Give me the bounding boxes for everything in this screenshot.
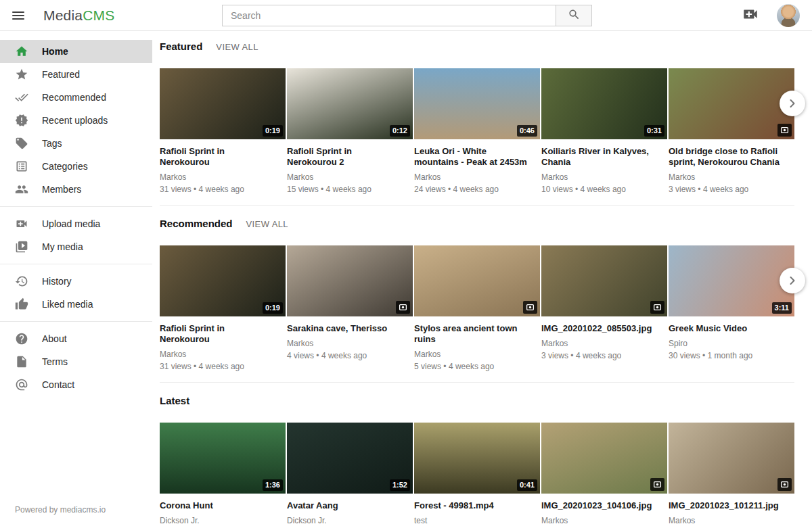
- media-title[interactable]: Avatar Aang: [287, 500, 403, 511]
- media-thumbnail[interactable]: 0:19: [160, 245, 286, 316]
- media-title[interactable]: Sarakina cave, Therisso: [287, 323, 403, 334]
- media-thumbnail[interactable]: 0:46: [414, 68, 540, 139]
- media-card: 0:12Rafioli Sprint in Nerokourou 2Markos…: [287, 68, 413, 194]
- history-icon: [15, 275, 28, 288]
- media-author[interactable]: Markos: [669, 172, 794, 182]
- sidebar-item-recommended[interactable]: Recommended: [0, 86, 152, 109]
- media-author[interactable]: Markos: [414, 172, 540, 182]
- media-title[interactable]: IMG_20201023_104106.jpg: [541, 500, 658, 511]
- media-meta: 4 views • 4 weeks ago: [287, 351, 413, 360]
- media-title[interactable]: Stylos area ancient town ruins: [414, 323, 531, 345]
- media-title[interactable]: Koiliaris River in Kalyves, Chania: [541, 146, 658, 168]
- image-type-badge: [396, 301, 410, 314]
- sidebar-item-label: Home: [42, 46, 68, 57]
- sidebar-item-label: My media: [42, 241, 83, 252]
- media-thumbnail[interactable]: 0:31: [541, 68, 667, 139]
- sidebar-item-terms[interactable]: Terms: [0, 350, 152, 373]
- chevron-right-icon: [786, 97, 799, 110]
- next-arrow-button[interactable]: [780, 91, 805, 116]
- section-title: Featured: [160, 41, 202, 52]
- sidebar-item-my-media[interactable]: My media: [0, 235, 152, 258]
- sidebar-item-home[interactable]: Home: [0, 40, 152, 63]
- media-thumbnail[interactable]: 3:11: [669, 245, 794, 316]
- media-author[interactable]: test: [414, 516, 540, 524]
- media-card: 3:11Greek Music VideoSpiro30 views • 1 m…: [669, 245, 794, 371]
- sidebar-item-label: Liked media: [42, 299, 93, 310]
- media-thumbnail[interactable]: [541, 245, 667, 316]
- media-title[interactable]: Rafioli Sprint in Nerokourou: [160, 146, 276, 168]
- sidebar-item-about[interactable]: About: [0, 327, 152, 350]
- sidebar-item-liked-media[interactable]: Liked media: [0, 293, 152, 316]
- media-author[interactable]: Dickson Jr.: [160, 516, 286, 524]
- sidebar-item-label: Categories: [42, 161, 88, 172]
- media-card: IMG_20201023_101211.jpgMarkos4 views • 4…: [669, 423, 794, 524]
- sidebar: Home Featured Recommended Recent uploads…: [0, 31, 152, 524]
- view-all-link[interactable]: VIEW ALL: [216, 42, 258, 52]
- sidebar-item-members[interactable]: Members: [0, 178, 152, 201]
- sidebar-item-recent-uploads[interactable]: Recent uploads: [0, 109, 152, 132]
- sidebar-item-upload-media[interactable]: Upload media: [0, 212, 152, 235]
- sidebar-item-history[interactable]: History: [0, 270, 152, 293]
- media-author[interactable]: Dickson Jr.: [287, 516, 413, 524]
- media-meta: 30 views • 1 month ago: [669, 351, 794, 360]
- search-input[interactable]: [222, 5, 556, 26]
- media-title[interactable]: Old bridge close to Rafioli sprint, Nero…: [669, 146, 785, 168]
- logo-cms: CMS: [83, 7, 114, 23]
- sidebar-item-categories[interactable]: Categories: [0, 155, 152, 178]
- media-thumbnail[interactable]: [669, 423, 794, 494]
- search-bar: [222, 5, 592, 26]
- logo[interactable]: MediaCMS: [43, 7, 114, 24]
- media-thumbnail[interactable]: [669, 68, 794, 139]
- media-card: Old bridge close to Rafioli sprint, Nero…: [669, 68, 794, 194]
- sidebar-item-label: Recent uploads: [42, 115, 108, 126]
- media-title[interactable]: Rafioli Sprint in Nerokourou 2: [287, 146, 403, 168]
- media-author[interactable]: Markos: [160, 172, 286, 182]
- media-author[interactable]: Markos: [541, 172, 667, 182]
- main-content: FeaturedVIEW ALL0:19Rafioli Sprint in Ne…: [160, 31, 812, 524]
- media-title[interactable]: IMG_20201022_085503.jpg: [541, 323, 658, 334]
- media-title[interactable]: Rafioli Sprint in Nerokourou: [160, 323, 276, 345]
- video-call-icon: [742, 5, 759, 25]
- media-meta: 10 views • 4 weeks ago: [541, 185, 667, 194]
- hamburger-menu-icon[interactable]: [12, 7, 28, 24]
- media-thumbnail[interactable]: [414, 245, 540, 316]
- media-author[interactable]: Markos: [669, 516, 794, 524]
- media-author[interactable]: Markos: [287, 172, 413, 182]
- media-title[interactable]: Leuka Ori - White mountains - Peak at 24…: [414, 146, 531, 168]
- media-title[interactable]: Forest - 49981.mp4: [414, 500, 531, 511]
- media-thumbnail[interactable]: [287, 245, 413, 316]
- view-all-link[interactable]: VIEW ALL: [246, 219, 288, 229]
- logo-media: Media: [43, 7, 83, 23]
- media-thumbnail[interactable]: [541, 423, 667, 494]
- media-author[interactable]: Markos: [541, 516, 667, 524]
- media-section: RecommendedVIEW ALL0:19Rafioli Sprint in…: [160, 218, 812, 371]
- video-call-icon: [15, 217, 28, 231]
- video-library-icon: [15, 240, 28, 254]
- media-title[interactable]: Corona Hunt: [160, 500, 276, 511]
- section-title: Recommended: [160, 218, 233, 229]
- media-meta: 3 views • 4 weeks ago: [669, 185, 794, 194]
- media-title[interactable]: Greek Music Video: [669, 323, 785, 334]
- avatar[interactable]: [777, 4, 800, 27]
- media-thumbnail[interactable]: 0:41: [414, 423, 540, 494]
- media-thumbnail[interactable]: 1:52: [287, 423, 413, 494]
- sidebar-item-contact[interactable]: Contact: [0, 373, 152, 396]
- powered-by[interactable]: Powered by mediacms.io: [15, 505, 106, 515]
- media-author[interactable]: Markos: [160, 350, 286, 359]
- upload-media-button[interactable]: [742, 5, 759, 25]
- star-icon: [15, 68, 28, 81]
- media-title[interactable]: IMG_20201023_101211.jpg: [669, 500, 785, 511]
- media-author[interactable]: Markos: [541, 339, 667, 348]
- camera-icon: [780, 480, 789, 489]
- media-thumbnail[interactable]: 0:12: [287, 68, 413, 139]
- media-author[interactable]: Markos: [414, 350, 540, 359]
- sidebar-item-featured[interactable]: Featured: [0, 63, 152, 86]
- next-arrow-button[interactable]: [780, 268, 805, 293]
- help-icon: [15, 332, 28, 346]
- media-thumbnail[interactable]: 0:19: [160, 68, 286, 139]
- search-button[interactable]: [556, 5, 592, 26]
- sidebar-item-tags[interactable]: Tags: [0, 132, 152, 155]
- media-author[interactable]: Spiro: [669, 339, 794, 348]
- media-thumbnail[interactable]: 1:36: [160, 423, 286, 494]
- media-author[interactable]: Markos: [287, 339, 413, 348]
